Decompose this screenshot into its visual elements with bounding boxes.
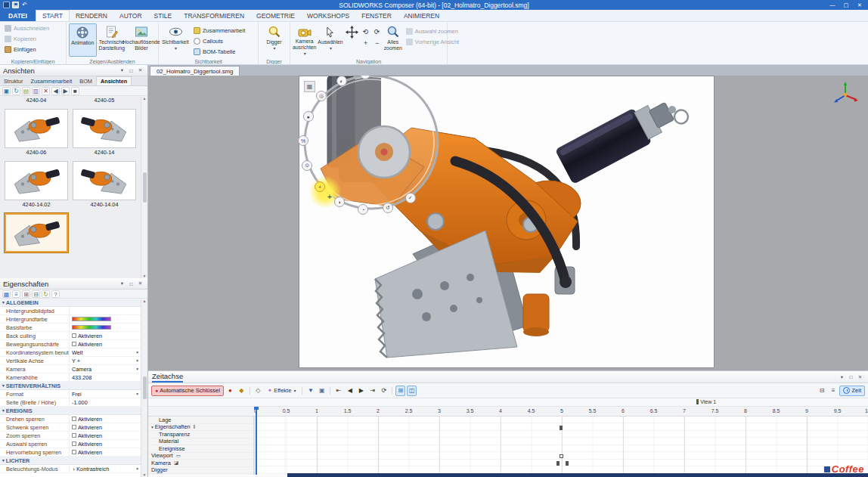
collapse-sections-icon[interactable]: ⊟ <box>32 290 40 298</box>
menu-tab-stile[interactable]: STILE <box>148 10 178 21</box>
tab-ansichten[interactable]: Ansichten <box>96 76 132 85</box>
track-row-material[interactable]: Material <box>148 438 253 446</box>
magnet-icon[interactable]: ◫ <box>407 386 417 396</box>
callouts-toggle[interactable]: Callouts <box>191 36 247 46</box>
float-icon[interactable]: □ <box>127 280 135 287</box>
color-gradient-swatch[interactable] <box>72 325 111 330</box>
property-value[interactable]: Welt▾ <box>70 348 141 356</box>
menu-tab-transformieren[interactable]: TRANSFORMIEREN <box>178 10 250 21</box>
view-marker[interactable]: View 1 <box>696 399 716 404</box>
go-start-icon[interactable]: ⇤ <box>333 386 343 396</box>
align-camera-button[interactable]: Kamera ausrichten <box>293 23 316 57</box>
prev-view-icon[interactable]: ◀ <box>51 87 60 95</box>
orbit-icon[interactable]: ⟲ <box>361 26 371 37</box>
step-back-icon[interactable]: ◀ <box>345 386 355 396</box>
view-thumbnail-item[interactable] <box>5 213 68 261</box>
dropdown-arrow-icon[interactable]: ▾ <box>136 358 138 363</box>
menu-tab-datei[interactable]: DATEI <box>0 10 36 21</box>
zoom-all-button[interactable]: Alles zoomen <box>384 23 402 57</box>
auto-keys-button[interactable]: ●Automatische Schlüssel <box>151 386 224 396</box>
viewport-3d[interactable]: ▦ ×◐◎●%⊙++◑◔↺✓ <box>148 76 868 370</box>
property-value[interactable]: Y +▾ <box>70 357 141 364</box>
track-row-kamera[interactable]: Kamera◪ <box>148 460 253 467</box>
digger-lock-icon[interactable]: ● <box>303 111 314 122</box>
timeline-marker-row[interactable]: View 1 <box>148 398 868 407</box>
property-value[interactable]: 433.208 <box>70 373 141 381</box>
track-options-icon[interactable]: ≡ <box>828 386 838 396</box>
dropdown-arrow-icon[interactable]: ▾ <box>136 392 138 396</box>
track-row-eigenschaften[interactable]: ▾Eigenschaften‖ <box>148 424 253 432</box>
view-thumbnail-item[interactable]: 4240-14 <box>73 109 136 156</box>
track-row-digger[interactable]: Digger <box>148 467 253 475</box>
animation-mode-button[interactable]: Animation <box>69 23 97 57</box>
set-key-icon[interactable]: ◆ <box>237 386 246 396</box>
menu-tab-autor[interactable]: AUTOR <box>113 10 148 21</box>
property-value[interactable]: -1.000 <box>70 398 141 406</box>
save-icon[interactable] <box>12 2 19 8</box>
views-list[interactable]: 4240-04 4240-05 4240-06 4240-14 4240-14.… <box>0 96 141 278</box>
checkbox[interactable] <box>72 342 76 346</box>
stop-views-icon[interactable]: ■ <box>71 87 79 95</box>
property-section-header[interactable]: ▾LICHTER <box>0 457 141 465</box>
digger-ok-icon[interactable]: ✓ <box>405 193 416 203</box>
view-thumbnail[interactable] <box>5 161 68 200</box>
property-section-header[interactable]: ▾SEITENVERHÄLTNIS <box>0 382 141 390</box>
collaboration-toggle[interactable]: Zusammenarbeit <box>191 26 247 36</box>
play-icon[interactable]: ▶ <box>356 386 366 396</box>
technical-illustration-button[interactable]: Technische Darstellung <box>98 23 126 57</box>
view-thumbnail-item[interactable]: 4240-14.02 <box>5 161 68 209</box>
delete-view-icon[interactable]: ✕ <box>42 87 50 95</box>
zoom-out-icon[interactable]: − <box>372 38 383 48</box>
help-icon[interactable]: ? <box>51 290 60 298</box>
dropdown-arrow-icon[interactable]: ▾ <box>136 367 138 371</box>
close-icon[interactable]: ✕ <box>136 67 144 74</box>
maximize-button[interactable]: ▢ <box>839 1 853 10</box>
property-value[interactable]: Aktivieren <box>70 340 141 348</box>
checkbox[interactable] <box>72 425 76 429</box>
select-button[interactable]: Auswählen <box>318 23 343 57</box>
property-value[interactable]: Aktivieren <box>70 415 141 423</box>
menu-tab-fenster[interactable]: FENSTER <box>355 10 398 21</box>
menu-tab-geometrie[interactable]: GEOMETRIE <box>250 10 301 21</box>
property-value[interactable] <box>70 307 141 314</box>
zoom-selection-button[interactable]: Auswahl zoomen <box>404 26 461 36</box>
menu-tab-animieren[interactable]: ANIMIEREN <box>398 10 445 21</box>
record-key-icon[interactable]: ● <box>225 386 235 396</box>
previous-view-button[interactable]: Vorherige Ansicht <box>404 37 461 47</box>
key-options-icon[interactable]: ◇ <box>253 386 263 396</box>
new-view-icon[interactable]: ▣ <box>2 87 11 95</box>
close-icon[interactable]: ✕ <box>136 280 144 287</box>
track-row-lage[interactable]: Lage <box>148 417 253 424</box>
track-expander-icon[interactable]: ▾ <box>151 425 153 429</box>
paste-button[interactable]: Einfügen <box>2 45 51 54</box>
sort-icon[interactable]: ≡ <box>12 290 20 298</box>
checkbox[interactable] <box>72 441 76 446</box>
document-tab[interactable]: 02_Holmatro_Diggertool.smg <box>150 66 240 76</box>
property-value[interactable]: Aktivieren <box>70 332 141 339</box>
property-value[interactable]: Frei▾ <box>70 390 141 398</box>
effects-dropdown[interactable]: ✦Effekte <box>265 386 299 396</box>
track-row-ereignisse[interactable]: Ereignisse <box>148 445 253 453</box>
render-canvas[interactable]: ▦ ×◐◎●%⊙++◑◔↺✓ <box>299 76 715 368</box>
menu-icon[interactable]: ▾ <box>838 373 846 381</box>
tab-zusammenarbeit[interactable]: Zusammenarbeit <box>27 76 76 85</box>
camera-keys-icon[interactable]: ▣ <box>317 386 327 396</box>
cut-button[interactable]: Ausschneiden <box>2 23 51 33</box>
copy-button[interactable]: Kopieren <box>2 34 51 44</box>
checkbox[interactable] <box>72 433 76 438</box>
expand-sections-icon[interactable]: ⊞ <box>22 290 30 298</box>
property-value[interactable]: Aktivieren <box>70 440 141 448</box>
property-value[interactable]: Aktivieren <box>70 432 141 439</box>
digger-hotspot-icon[interactable]: + <box>315 181 325 192</box>
menu-tab-start[interactable]: START <box>36 10 70 21</box>
view-thumbnail-item[interactable]: 4240-14.04 <box>73 161 136 209</box>
property-value[interactable]: Aktivieren <box>70 423 141 431</box>
new-camera-view-icon[interactable]: ▤ <box>22 87 30 95</box>
view-thumbnail-item[interactable]: 4240-04 <box>5 96 68 104</box>
property-value[interactable] <box>70 324 141 331</box>
property-value[interactable]: Aktivieren <box>70 448 141 456</box>
menu-tab-workshops[interactable]: WORKSHOPS <box>301 10 355 21</box>
views-scrollbar[interactable]: ▲▼ <box>141 96 147 278</box>
app-icon[interactable] <box>3 2 10 8</box>
playhead[interactable] <box>256 407 257 475</box>
